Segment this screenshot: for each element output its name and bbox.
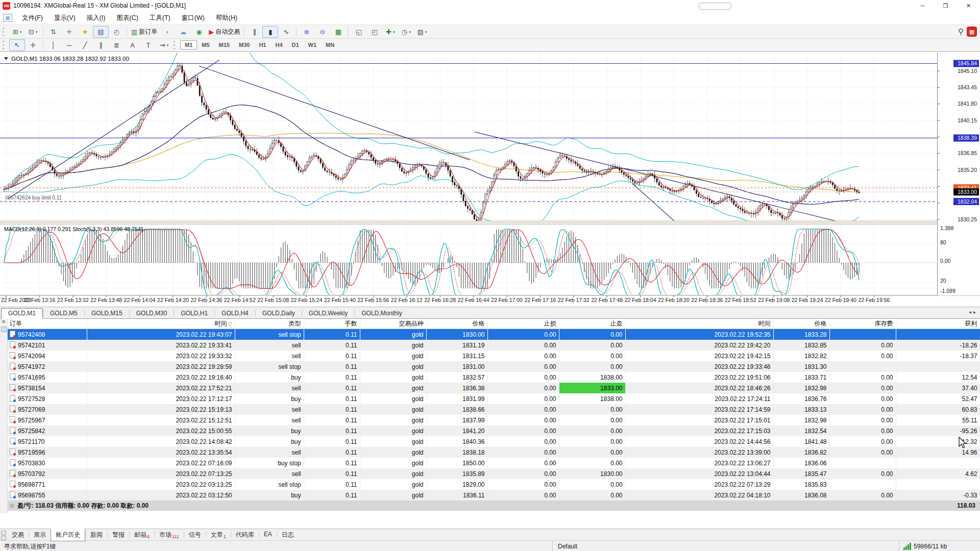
history-row[interactable]: 957275282023.02.22 17:12:17buy0.11gold18… bbox=[7, 393, 980, 404]
zoom-out-button[interactable]: ⊖ bbox=[314, 26, 330, 38]
column-header[interactable]: 库存费 bbox=[829, 319, 896, 329]
close-button[interactable]: ✕ bbox=[957, 0, 980, 11]
terminal-tab[interactable]: 展示 bbox=[29, 529, 51, 541]
history-row[interactable]: 957038302023.02.22 07:16:09buy stop0.11g… bbox=[7, 458, 980, 468]
column-header[interactable]: 交易品种 bbox=[360, 319, 426, 329]
tile-windows-button[interactable]: ▦ bbox=[330, 26, 346, 38]
terminal-tab[interactable]: 账户历史 bbox=[51, 529, 85, 541]
timeframe-m5[interactable]: M5 bbox=[197, 40, 214, 49]
signals-button[interactable]: ◉ bbox=[191, 26, 207, 38]
menu-item[interactable]: 图表(C) bbox=[111, 12, 143, 24]
history-row[interactable]: 957211702023.02.22 14:08:42buy0.11gold18… bbox=[7, 436, 980, 447]
minimize-button[interactable]: ─ bbox=[911, 0, 934, 11]
table-header-row[interactable]: 订单时间▽类型手数交易品种价格止损止盈时间价格库存费获利 bbox=[7, 319, 980, 329]
chart-window-icon[interactable]: ▦ bbox=[3, 14, 12, 22]
market-watch-button[interactable]: ⇅ bbox=[45, 26, 61, 38]
column-header[interactable]: 订单 bbox=[7, 319, 87, 329]
toolbar-grip[interactable] bbox=[3, 28, 7, 36]
bar-chart-button[interactable]: ∥ bbox=[247, 26, 262, 38]
history-row[interactable]: 956987712023.02.22 03:13:25sell stop0.11… bbox=[7, 479, 980, 490]
timeframe-mn[interactable]: MN bbox=[321, 40, 339, 49]
cascade-windows-button[interactable]: ◱ bbox=[351, 26, 366, 38]
column-header[interactable]: 止损 bbox=[487, 319, 559, 329]
terminal-tab[interactable]: 代码库 bbox=[231, 529, 259, 541]
dropdown-caret-icon[interactable]: ▾ bbox=[393, 30, 395, 34]
terminal-tab[interactable]: 邮箱6 bbox=[130, 529, 154, 541]
timeframe-h4[interactable]: H4 bbox=[271, 40, 287, 49]
terminal-tab[interactable]: EA bbox=[259, 529, 277, 539]
terminal-tab[interactable]: 市场111 bbox=[155, 529, 184, 541]
terminal-tab[interactable]: 信号 bbox=[184, 529, 206, 541]
dropdown-caret-icon[interactable]: ▾ bbox=[36, 30, 38, 34]
chart-tab-gold-m30[interactable]: GOLD,M30 bbox=[130, 309, 174, 318]
menu-item[interactable]: 窗口(W) bbox=[176, 12, 210, 24]
history-row[interactable]: 957421012023.02.22 19:33:41sell0.11gold1… bbox=[7, 340, 980, 350]
new-order-button[interactable]: ▥新订单 bbox=[129, 26, 159, 38]
dropdown-caret-icon[interactable]: ▾ bbox=[167, 43, 169, 47]
timeframe-d1[interactable]: D1 bbox=[287, 40, 304, 49]
history-row[interactable]: 957420942023.02.22 19:33:32sell0.11gold1… bbox=[7, 350, 980, 361]
restore-button[interactable]: ❐ bbox=[934, 0, 957, 11]
history-row[interactable]: 957381542023.02.22 17:52:21sell0.11gold1… bbox=[7, 383, 980, 393]
column-header[interactable]: 价格 bbox=[773, 319, 829, 329]
text-button[interactable]: A bbox=[125, 39, 140, 51]
chart-tab-gold-m1[interactable]: GOLD,M1 bbox=[1, 308, 43, 319]
menu-item[interactable]: 插入(I) bbox=[81, 12, 111, 24]
column-header[interactable]: 时间▽ bbox=[87, 319, 235, 329]
history-row[interactable]: 957419722023.02.22 19:28:59sell stop0.11… bbox=[7, 361, 980, 372]
history-row[interactable]: 957258422023.02.22 15:00:55buy0.11gold18… bbox=[7, 425, 980, 436]
history-row[interactable]: 957037922023.02.22 07:13:25sell0.11gold1… bbox=[7, 468, 980, 479]
chart-tab-gold-daily[interactable]: GOLD,Daily bbox=[256, 309, 302, 318]
navigator-button[interactable]: ★ bbox=[77, 26, 93, 38]
timeframe-h1[interactable]: H1 bbox=[254, 40, 271, 49]
status-profile[interactable]: Default bbox=[552, 541, 899, 551]
dropdown-caret-icon[interactable]: ▾ bbox=[425, 30, 427, 34]
arrange-windows-button[interactable]: ◰ bbox=[366, 26, 382, 38]
column-header[interactable]: 价格 bbox=[426, 319, 487, 329]
vertical-line-button[interactable]: │ bbox=[45, 39, 61, 51]
chart-profiles-button[interactable]: ⊟▾ bbox=[25, 26, 41, 38]
menu-item[interactable]: 帮助(H) bbox=[210, 12, 243, 24]
templates-button[interactable]: ▨▾ bbox=[414, 26, 430, 38]
menu-item[interactable]: 工具(T) bbox=[144, 12, 176, 24]
terminal-tab[interactable]: 警报 bbox=[108, 529, 129, 541]
toolbar-grip[interactable] bbox=[3, 41, 7, 49]
candlestick-chart-button[interactable]: ▮ bbox=[262, 26, 278, 38]
horizontal-line-button[interactable]: ─ bbox=[61, 39, 77, 51]
history-row[interactable]: 957270692023.02.22 15:19:13sell0.11gold1… bbox=[7, 404, 980, 415]
periods-button[interactable]: ◷▾ bbox=[398, 26, 414, 38]
history-row[interactable]: 956987552023.02.22 03:12:50buy0.11gold18… bbox=[7, 490, 980, 500]
history-row[interactable]: 957424082023.02.22 19:43:07sell stop0.11… bbox=[7, 329, 980, 340]
chart-tab-gold-weekly[interactable]: GOLD,Weekly bbox=[302, 309, 354, 318]
terminal-button[interactable]: ▤ bbox=[93, 26, 109, 38]
timeframe-w1[interactable]: W1 bbox=[304, 40, 322, 49]
megaphone-button[interactable]: ◖ bbox=[159, 26, 175, 38]
equidistant-channel-button[interactable]: ∥ bbox=[93, 39, 109, 51]
indicators-button[interactable]: ✚▾ bbox=[382, 26, 398, 38]
column-header[interactable]: 类型 bbox=[235, 319, 304, 329]
chart-tab-gold-m5[interactable]: GOLD,M5 bbox=[43, 309, 84, 318]
trendline-button[interactable]: ╱ bbox=[77, 39, 93, 51]
terminal-tab[interactable]: 日志 bbox=[277, 529, 299, 541]
dropdown-caret-icon[interactable]: ▾ bbox=[20, 30, 22, 34]
terminal-tab[interactable]: 新闻 bbox=[86, 529, 107, 541]
timeframe-m30[interactable]: M30 bbox=[234, 40, 254, 49]
history-row[interactable]: 957259672023.02.22 15:12:51sell0.11gold1… bbox=[7, 415, 980, 425]
crosshair-button[interactable]: ✛ bbox=[25, 39, 41, 51]
menu-item[interactable]: 文件(F) bbox=[16, 12, 48, 24]
line-chart-button[interactable]: ∿ bbox=[278, 26, 294, 38]
cursor-button[interactable]: ↖ bbox=[9, 39, 25, 51]
terminal-tab[interactable]: 文章1 bbox=[206, 529, 231, 541]
autotrading-button[interactable]: ▶自动交易 bbox=[207, 26, 242, 38]
tab-scroll-arrows[interactable]: ◂▸ bbox=[969, 309, 978, 315]
fibonacci-button[interactable]: ≣ bbox=[109, 39, 125, 51]
zoom-in-button[interactable]: ⊕ bbox=[299, 26, 314, 38]
column-header[interactable]: 手数 bbox=[304, 319, 360, 329]
search-icon[interactable]: ⚲ bbox=[958, 27, 964, 36]
price-chart[interactable]: 1830.251835.201836.851840.151841.801843.… bbox=[0, 52, 980, 307]
timeframe-m1[interactable]: M1 bbox=[180, 40, 197, 49]
chart-area[interactable]: 1830.251835.201836.851840.151841.801843.… bbox=[0, 52, 980, 307]
menu-item[interactable]: 显示(V) bbox=[48, 12, 81, 24]
text-label-button[interactable]: T bbox=[140, 39, 156, 51]
dropdown-caret-icon[interactable]: ▾ bbox=[409, 30, 411, 34]
